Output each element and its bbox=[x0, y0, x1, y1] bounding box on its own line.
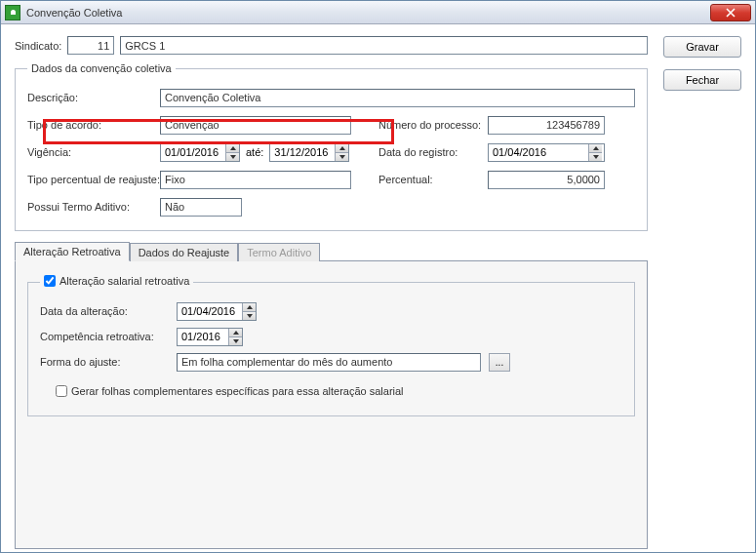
sindicato-label: Sindicato: bbox=[15, 40, 61, 52]
tab-dados-reajuste[interactable]: Dados do Reajuste bbox=[130, 243, 239, 261]
numero-processo-input[interactable] bbox=[488, 116, 605, 135]
vigencia-inicio-spinner[interactable] bbox=[160, 143, 240, 162]
ellipsis-icon: ... bbox=[496, 357, 503, 368]
tab-panel-alteracao-retroativa: Alteração salarial retroativa Data da al… bbox=[15, 260, 648, 549]
competencia-input[interactable] bbox=[178, 329, 228, 345]
retro-group: Alteração salarial retroativa Data da al… bbox=[27, 275, 635, 416]
percentual-input[interactable] bbox=[488, 171, 605, 189]
close-button[interactable]: Fechar bbox=[663, 69, 741, 91]
chevron-down-icon[interactable] bbox=[225, 153, 239, 161]
retro-group-title: Alteração salarial retroativa bbox=[60, 275, 189, 287]
forma-ajuste-input[interactable] bbox=[177, 353, 481, 372]
dados-convencao-group: Dados da convenção coletiva Descrição: T… bbox=[15, 62, 648, 231]
tab-termo-aditivo: Termo Aditivo bbox=[238, 243, 320, 261]
sindicato-name-input[interactable] bbox=[120, 36, 648, 55]
gerar-folhas-checkbox-input[interactable] bbox=[56, 385, 67, 397]
forma-ajuste-label: Forma do ajuste: bbox=[40, 356, 177, 368]
window-close-button[interactable] bbox=[710, 4, 751, 21]
retro-checkbox-input[interactable] bbox=[44, 275, 56, 287]
data-alteracao-spinner[interactable] bbox=[177, 302, 257, 321]
data-registro-spinner[interactable] bbox=[488, 143, 605, 162]
sindicato-code-input[interactable] bbox=[67, 36, 114, 55]
numero-processo-label: Número do processo: bbox=[378, 119, 488, 131]
chevron-up-icon[interactable] bbox=[335, 144, 348, 153]
chevron-up-icon[interactable] bbox=[242, 303, 256, 312]
tipo-percentual-input[interactable] bbox=[160, 171, 351, 189]
descricao-label: Descrição: bbox=[27, 92, 160, 103]
vigencia-fim-spinner[interactable] bbox=[269, 143, 349, 162]
gerar-folhas-checkbox[interactable]: Gerar folhas complementares específicas … bbox=[56, 385, 404, 397]
percentual-label: Percentual: bbox=[378, 174, 488, 185]
data-registro-label: Data do registro: bbox=[378, 146, 488, 158]
vigencia-inicio-input[interactable] bbox=[161, 144, 225, 161]
tipo-percentual-label: Tipo percentual de reajuste: bbox=[27, 174, 160, 185]
vigencia-label: Vigência: bbox=[27, 146, 160, 158]
title-bar: Convenção Coletiva bbox=[1, 1, 755, 24]
chevron-up-icon[interactable] bbox=[225, 144, 239, 153]
competencia-spinner[interactable] bbox=[177, 328, 243, 346]
descricao-input[interactable] bbox=[160, 89, 378, 107]
possui-termo-label: Possui Termo Aditivo: bbox=[27, 201, 160, 213]
competencia-label: Competência retroativa: bbox=[40, 331, 177, 342]
chevron-down-icon[interactable] bbox=[335, 153, 348, 161]
vigencia-ate-label: até: bbox=[246, 146, 263, 158]
tab-bar: Alteração Retroativa Dados do Reajuste T… bbox=[15, 241, 648, 260]
chevron-down-icon[interactable] bbox=[242, 312, 256, 320]
groupbox-title: Dados da convenção coletiva bbox=[27, 62, 176, 74]
data-registro-input[interactable] bbox=[489, 144, 588, 161]
save-button[interactable]: Gravar bbox=[663, 36, 741, 58]
retro-checkbox[interactable]: Alteração salarial retroativa bbox=[44, 275, 189, 287]
data-alteracao-label: Data da alteração: bbox=[40, 305, 177, 317]
close-icon bbox=[726, 8, 736, 18]
chevron-down-icon[interactable] bbox=[588, 153, 602, 161]
chevron-up-icon[interactable] bbox=[588, 144, 602, 153]
descricao-input-ext[interactable] bbox=[378, 89, 635, 107]
tab-alteracao-retroativa[interactable]: Alteração Retroativa bbox=[15, 242, 130, 261]
possui-termo-input[interactable] bbox=[160, 198, 242, 217]
chevron-down-icon[interactable] bbox=[228, 337, 242, 345]
gerar-folhas-label: Gerar folhas complementares específicas … bbox=[71, 385, 404, 397]
forma-ajuste-browse-button[interactable]: ... bbox=[489, 353, 510, 372]
window-title: Convenção Coletiva bbox=[26, 7, 710, 19]
vigencia-fim-input[interactable] bbox=[270, 144, 335, 161]
data-alteracao-input[interactable] bbox=[178, 303, 242, 320]
chevron-up-icon[interactable] bbox=[228, 329, 242, 337]
tipo-acordo-label: Tipo de acordo: bbox=[27, 119, 160, 131]
app-icon bbox=[5, 5, 20, 20]
tipo-acordo-input[interactable] bbox=[160, 116, 351, 135]
